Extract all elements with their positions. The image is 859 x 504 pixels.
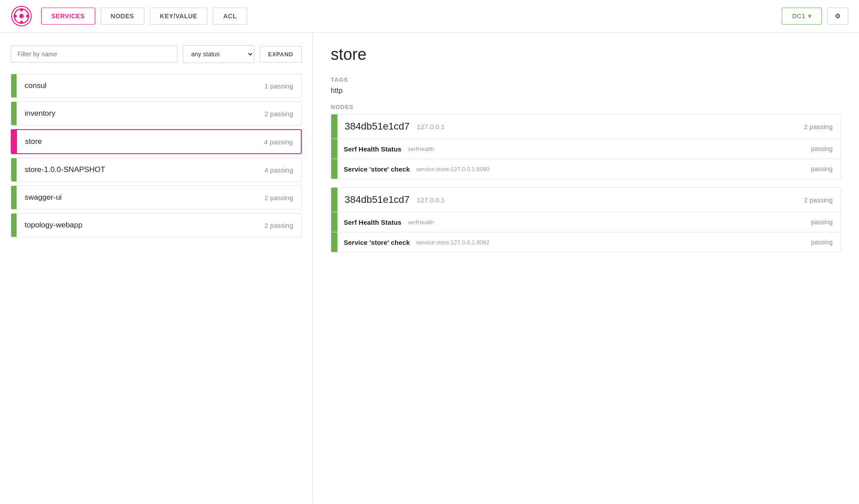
nodes-section: NODES 384db51e1cd7 127.0.0.1 2 passing S… <box>331 104 841 252</box>
check-id-service-1: service:store:127.0.0.1:8080 <box>416 160 489 178</box>
check-status-indicator <box>331 212 337 232</box>
node-name-1: 384db51e1cd7 <box>337 114 417 139</box>
svg-point-3 <box>20 21 23 24</box>
check-id-serf-1: serfHealth <box>408 140 434 158</box>
nav-acl[interactable]: ACL <box>213 8 247 25</box>
check-status-serf-1: passing <box>803 140 841 158</box>
service-passing: 2 passing <box>257 188 301 208</box>
check-name-service-1: Service 'store' check <box>337 160 416 178</box>
node-passing-1: 2 passing <box>796 117 841 137</box>
service-passing: 4 passing <box>256 132 301 152</box>
service-passing: 2 passing <box>257 215 301 235</box>
node-status-indicator <box>331 188 337 212</box>
service-name: swagger-ui <box>17 187 257 208</box>
service-passing: 4 passing <box>257 160 301 180</box>
right-panel: store TAGS http NODES 384db51e1cd7 127.0… <box>313 33 859 504</box>
check-row-serf-1: Serf Health Status serfHealth passing <box>331 139 841 159</box>
consul-logo <box>11 5 32 27</box>
filter-row: any status passing warning critical EXPA… <box>11 45 302 63</box>
svg-point-5 <box>26 15 29 18</box>
service-status-indicator <box>11 214 17 237</box>
service-list: consul 1 passing inventory 2 passing sto… <box>11 74 302 237</box>
gear-icon: ⚙ <box>835 13 841 20</box>
check-row-serf-2: Serf Health Status serfHealth passing <box>331 212 841 232</box>
check-status-indicator <box>331 232 337 252</box>
service-item-store-snapshot[interactable]: store-1.0.0-SNAPSHOT 4 passing <box>11 158 302 182</box>
service-name: store <box>17 131 256 152</box>
node-card-1[interactable]: 384db51e1cd7 127.0.0.1 2 passing Serf He… <box>331 114 841 179</box>
service-passing: 1 passing <box>257 76 301 96</box>
check-status-indicator <box>331 139 337 159</box>
check-name-serf-1: Serf Health Status <box>337 140 408 158</box>
tags-label: TAGS <box>331 76 841 83</box>
check-status-service-1: passing <box>803 160 841 178</box>
service-item-store[interactable]: store 4 passing <box>11 129 302 154</box>
filter-name-input[interactable] <box>11 46 177 63</box>
node-passing-2: 2 passing <box>796 190 841 210</box>
nav-services[interactable]: SERVICES <box>41 8 95 25</box>
check-id-service-2: service:store:127.0.0.1:8082 <box>416 234 489 251</box>
node-card-2[interactable]: 384db51e1cd7 127.0.0.1 2 passing Serf He… <box>331 187 841 252</box>
service-name: consul <box>17 75 257 97</box>
left-panel: any status passing warning critical EXPA… <box>0 33 313 504</box>
service-name: topology-webapp <box>17 214 257 236</box>
node-header-2: 384db51e1cd7 127.0.0.1 2 passing <box>331 188 841 212</box>
service-name: inventory <box>17 103 257 124</box>
tag-http: http <box>331 87 841 95</box>
svg-point-4 <box>14 15 17 18</box>
nav-settings[interactable]: ⚙ <box>827 8 849 25</box>
nav-dc[interactable]: DC1 ▾ <box>782 8 821 25</box>
check-name-service-2: Service 'store' check <box>337 233 416 252</box>
check-row-service-1: Service 'store' check service:store:127.… <box>331 159 841 179</box>
service-name: store-1.0.0-SNAPSHOT <box>17 159 257 181</box>
service-item-topology-webapp[interactable]: topology-webapp 2 passing <box>11 213 302 237</box>
service-item-swagger-ui[interactable]: swagger-ui 2 passing <box>11 185 302 210</box>
service-status-indicator <box>12 130 17 153</box>
node-status-indicator <box>331 114 337 139</box>
nav-nodes[interactable]: NODES <box>101 8 144 25</box>
main-layout: any status passing warning critical EXPA… <box>0 33 859 504</box>
check-id-serf-2: serfHealth <box>408 214 434 231</box>
svg-point-6 <box>19 14 24 18</box>
node-name-2: 384db51e1cd7 <box>337 188 417 212</box>
expand-button[interactable]: EXPAND <box>260 46 302 63</box>
service-status-indicator <box>11 158 17 181</box>
node-ip-2: 127.0.0.1 <box>417 190 445 210</box>
service-status-indicator <box>11 74 17 97</box>
nav-keyvalue[interactable]: KEY/VALUE <box>150 8 208 25</box>
tags-section: TAGS http <box>331 76 841 95</box>
check-name-serf-2: Serf Health Status <box>337 213 408 231</box>
header: SERVICES NODES KEY/VALUE ACL DC1 ▾ ⚙ <box>0 0 859 33</box>
node-header-1: 384db51e1cd7 127.0.0.1 2 passing <box>331 114 841 139</box>
service-status-indicator <box>11 102 17 125</box>
check-status-serf-2: passing <box>803 213 841 231</box>
service-status-indicator <box>11 186 17 209</box>
service-item-consul[interactable]: consul 1 passing <box>11 74 302 98</box>
check-status-indicator <box>331 159 337 179</box>
chevron-down-icon: ▾ <box>808 13 812 20</box>
nodes-label: NODES <box>331 104 841 110</box>
dc-label: DC1 <box>792 13 805 20</box>
node-ip-1: 127.0.0.1 <box>417 117 445 137</box>
check-row-service-2: Service 'store' check service:store:127.… <box>331 232 841 252</box>
check-status-service-2: passing <box>803 233 841 251</box>
service-passing: 2 passing <box>257 104 301 124</box>
service-item-inventory[interactable]: inventory 2 passing <box>11 101 302 126</box>
service-detail-title: store <box>331 45 841 64</box>
svg-point-2 <box>20 8 23 12</box>
status-select[interactable]: any status passing warning critical <box>183 45 254 63</box>
